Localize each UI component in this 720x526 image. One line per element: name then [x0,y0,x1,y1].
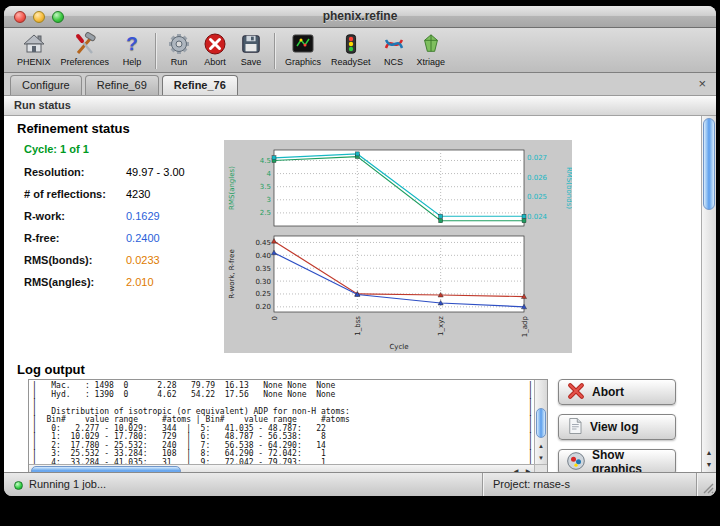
statusbar-divider [696,473,697,496]
svg-text:0.20: 0.20 [255,303,271,311]
stat-rms-bonds: RMS(bonds): 0.0233 [24,254,224,266]
tab-bar: Configure Refine_69 Refine_76 × [4,73,716,96]
toolbar-label: ReadySet [331,57,371,67]
main-scrollbar[interactable]: ▲ ▼ [701,116,716,472]
toolbar-phenix-button[interactable]: PHENIX [12,30,56,72]
titlebar[interactable]: phenix.refine [4,6,716,28]
toolbar-help-button[interactable]: ? Help [114,30,150,72]
abort-button-label: Abort [592,385,624,399]
tab-configure[interactable]: Configure [10,75,82,95]
running-led-icon [14,481,23,490]
run-status-content: Refinement status Cycle: 1 of 1 Resoluti… [4,116,701,472]
stat-label: RMS(bonds): [24,254,126,266]
status-bar: Running 1 job... Project: rnase-s [4,472,716,496]
preferences-tools-icon [73,31,97,57]
svg-text:RMS(bonds): RMS(bonds) [565,167,572,209]
svg-text:0.45: 0.45 [255,239,271,247]
readyset-traffic-light-icon [340,31,362,57]
minimize-window-button[interactable] [33,11,45,23]
close-tab-icon[interactable]: × [698,77,706,90]
svg-text:RMS(angles): RMS(angles) [228,166,236,210]
toolbar-ncs-button[interactable]: NCS [376,30,412,72]
svg-text:2.5: 2.5 [260,209,271,217]
phenix-home-icon [22,31,46,57]
log-output-title: Log output [17,362,701,377]
zoom-window-button[interactable] [52,11,64,23]
toolbar-label: Xtriage [417,57,446,67]
tab-refine-76[interactable]: Refine_76 [162,75,238,95]
toolbar-save-button[interactable]: Save [233,30,269,72]
toolbar-separator [274,33,275,69]
toolbar-label: PHENIX [17,57,51,67]
stat-r-work: R-work: 0.1629 [24,210,224,222]
tab-refine-69[interactable]: Refine_69 [85,75,159,95]
abort-button[interactable]: Abort [558,379,676,405]
toolbar-readyset-button[interactable]: ReadySet [326,30,376,72]
abort-x-icon [566,381,586,404]
svg-text:0.027: 0.027 [527,154,547,162]
svg-text:R-work, R-free: R-work, R-free [228,249,236,298]
stat-value: 0.0233 [126,254,160,266]
scroll-down-icon[interactable]: ▼ [535,452,547,464]
graphics-viewer-icon [291,31,315,57]
log-text: | Mac. : 1498 0 2.28 79.79 16.13 None No… [29,380,547,467]
main-scrollbar-thumb[interactable] [703,118,715,210]
show-graphics-button[interactable]: Show graphics [558,449,676,472]
toolbar-label: Abort [204,57,226,67]
toolbar-preferences-button[interactable]: Preferences [56,30,115,72]
svg-text:0.025: 0.025 [527,193,547,201]
stat-reflections: # of reflections: 4230 [24,188,224,200]
svg-text:1_adp: 1_adp [521,315,529,337]
svg-text:4: 4 [267,170,272,178]
run-status-header: Run status [4,96,716,116]
toolbar-label: Graphics [285,57,321,67]
action-buttons: Abort View log Show graphics [558,379,676,472]
stat-label: Resolution: [24,166,126,178]
traffic-lights [14,11,64,23]
svg-text:0.024: 0.024 [527,213,548,221]
project-label: Project: rnase-s [493,473,570,496]
window-title: phenix.refine [4,6,716,27]
refinement-stats: Cycle: 1 of 1 Resolution: 49.97 - 3.00 #… [24,138,224,298]
scroll-down-icon[interactable]: ▼ [702,459,716,471]
toolbar-run-button[interactable]: Run [161,30,197,72]
resize-grip[interactable] [701,481,714,494]
svg-text:3.5: 3.5 [260,183,271,191]
stat-r-free: R-free: 0.2400 [24,232,224,244]
xtriage-icon [420,31,442,57]
log-vscroll-thumb[interactable] [536,408,546,438]
scrollbar-corner [534,464,547,472]
svg-text:0.30: 0.30 [255,278,271,286]
log-horizontal-scrollbar[interactable]: ◀ ▶ [29,464,534,472]
toolbar-separator [155,33,156,69]
scroll-right-icon[interactable]: ▶ [522,465,534,472]
view-log-button[interactable]: View log [558,414,676,440]
refinement-row: Cycle: 1 of 1 Resolution: 49.97 - 3.00 #… [4,138,701,353]
svg-text:1_bss: 1_bss [354,316,362,336]
scroll-up-icon[interactable]: ▲ [535,440,547,452]
ncs-icon [382,31,406,57]
svg-text:0: 0 [271,316,279,320]
svg-text:Cycle: Cycle [389,343,408,351]
stat-value: 0.2400 [126,232,160,244]
svg-text:3: 3 [267,196,271,204]
svg-text:1_xyz: 1_xyz [437,316,445,336]
stat-resolution: Resolution: 49.97 - 3.00 [24,166,224,178]
stat-value: 4230 [126,188,150,200]
svg-text:4.5: 4.5 [260,157,271,165]
svg-text:0.25: 0.25 [255,290,271,298]
scroll-up-icon[interactable]: ▲ [702,447,716,459]
toolbar-abort-button[interactable]: Abort [197,30,233,72]
log-vertical-scrollbar[interactable]: ▲ ▼ [534,380,547,464]
run-gear-icon [167,31,191,57]
toolbar-graphics-button[interactable]: Graphics [280,30,326,72]
cycle-status: Cycle: 1 of 1 [24,143,224,155]
show-graphics-button-label: Show graphics [592,448,668,472]
stat-label: RMS(angles): [24,276,126,288]
stat-label: R-work: [24,210,126,222]
log-output-box[interactable]: | Mac. : 1498 0 2.28 79.79 16.13 None No… [28,379,548,472]
toolbar-xtriage-button[interactable]: Xtriage [412,30,451,72]
scroll-left-icon[interactable]: ◀ [510,465,522,472]
show-graphics-icon [566,451,586,473]
close-window-button[interactable] [14,11,26,23]
